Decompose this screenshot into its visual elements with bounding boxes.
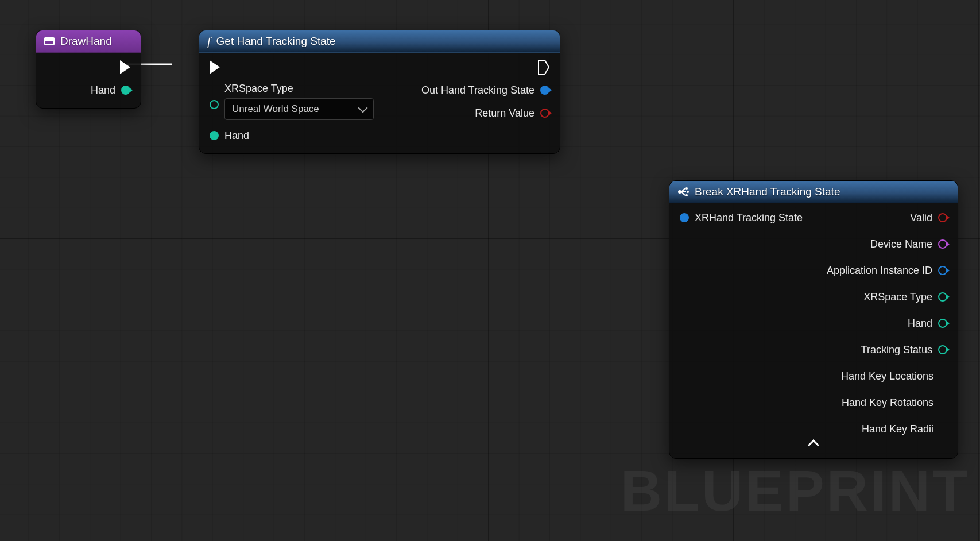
exec-output[interactable]	[538, 60, 549, 75]
node-header[interactable]: f Get Hand Tracking State	[199, 30, 560, 53]
chevron-down-icon	[358, 103, 368, 113]
node-title: Get Hand Tracking State	[216, 35, 336, 48]
pin-label: Application Instance ID	[827, 265, 932, 277]
output-hand-key-locations[interactable]: Hand Key Locations	[841, 369, 947, 384]
pin-label: Tracking Status	[861, 344, 932, 356]
pin-icon	[938, 292, 947, 302]
exec-pin-icon	[210, 60, 220, 74]
pin-label: Device Name	[870, 238, 932, 250]
pin-label: Hand	[91, 84, 115, 96]
pin-icon	[210, 100, 219, 109]
input-hand[interactable]: Hand	[210, 128, 249, 143]
pin-icon	[938, 213, 947, 222]
exec-output[interactable]	[120, 60, 130, 75]
pin-label: Hand	[224, 130, 249, 142]
chevron-up-icon	[808, 439, 819, 451]
svg-point-2	[687, 191, 689, 193]
exec-input[interactable]	[210, 60, 220, 75]
svg-point-1	[685, 187, 688, 190]
output-tracking-status[interactable]: Tracking Status	[861, 342, 947, 357]
node-get-hand-tracking-state[interactable]: f Get Hand Tracking State XRSpace Type U…	[199, 30, 560, 154]
exec-pin-icon	[120, 60, 130, 74]
node-title: Break XRHand Tracking State	[695, 186, 840, 198]
event-icon	[44, 37, 55, 45]
pin-icon	[210, 131, 219, 140]
output-return-value[interactable]: Return Value	[475, 106, 549, 121]
expand-toggle[interactable]	[669, 439, 958, 458]
xrspace-dropdown[interactable]: Unreal World Space	[224, 98, 374, 120]
input-xrspace-type[interactable]: XRSpace Type Unreal World Space	[210, 83, 374, 120]
output-hand-key-rotations[interactable]: Hand Key Rotations	[842, 395, 947, 410]
dropdown-value: Unreal World Space	[232, 103, 319, 115]
pin-icon	[938, 345, 947, 354]
break-struct-icon	[677, 187, 689, 197]
pin-label: Valid	[910, 212, 932, 224]
pin-icon	[540, 86, 549, 95]
blueprint-watermark: BLUEPRINT	[621, 458, 970, 524]
pin-label: XRSpace Type	[863, 291, 932, 303]
pin-label: XRSpace Type	[224, 83, 374, 95]
node-title: DrawHand	[60, 35, 112, 48]
pin-icon	[938, 266, 947, 275]
output-xrspace-type[interactable]: XRSpace Type	[863, 289, 947, 304]
pin-label: Out Hand Tracking State	[421, 84, 534, 96]
pin-icon	[938, 319, 947, 328]
svg-point-3	[685, 194, 688, 196]
pin-icon	[939, 372, 947, 380]
node-header[interactable]: Break XRHand Tracking State	[669, 181, 958, 203]
output-valid[interactable]: Valid	[910, 210, 947, 225]
output-out-hand-tracking-state[interactable]: Out Hand Tracking State	[421, 83, 549, 98]
pin-icon	[121, 86, 130, 95]
node-break-xrhand-tracking-state[interactable]: Break XRHand Tracking State XRHand Track…	[669, 180, 958, 459]
pin-label: Hand	[908, 318, 932, 330]
pin-label: Hand Key Rotations	[842, 397, 933, 409]
output-hand-key-radii[interactable]: Hand Key Radii	[862, 422, 947, 436]
input-xrhand-tracking-state[interactable]: XRHand Tracking State	[680, 210, 803, 225]
output-hand[interactable]: Hand	[908, 316, 947, 331]
output-application-instance-id[interactable]: Application Instance ID	[827, 263, 947, 278]
node-header[interactable]: DrawHand	[36, 30, 141, 53]
output-hand[interactable]: Hand	[91, 83, 130, 98]
pin-label: XRHand Tracking State	[695, 212, 803, 224]
pin-label: Hand Key Locations	[841, 370, 933, 382]
pin-label: Return Value	[475, 107, 534, 119]
output-device-name[interactable]: Device Name	[870, 237, 947, 252]
pin-label: Hand Key Radii	[862, 423, 933, 435]
svg-point-0	[678, 190, 681, 194]
pin-icon	[540, 109, 549, 118]
pin-icon	[939, 425, 947, 433]
pin-icon	[939, 399, 947, 407]
function-icon: f	[207, 36, 211, 47]
pin-icon	[938, 239, 947, 249]
pin-icon	[680, 213, 689, 222]
exec-pin-icon	[538, 60, 549, 75]
node-drawhand[interactable]: DrawHand Hand	[36, 30, 141, 109]
